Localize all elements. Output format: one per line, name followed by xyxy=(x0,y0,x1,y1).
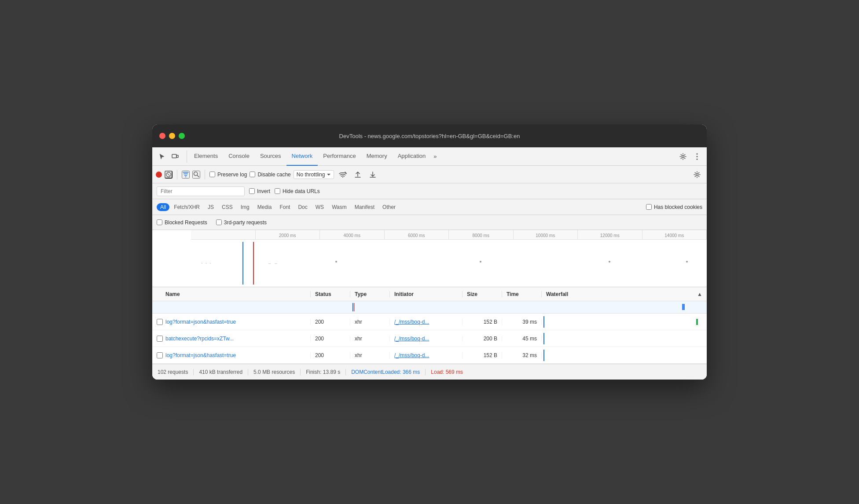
td-size-2: 200 B xyxy=(463,336,502,342)
type-btn-img[interactable]: Img xyxy=(237,203,253,211)
devtools-window: DevTools - news.google.com/topstories?hl… xyxy=(152,124,707,380)
status-resources: 5.0 MB resources xyxy=(248,369,301,375)
th-time[interactable]: Time xyxy=(502,291,542,297)
timeline-area: 2000 ms 4000 ms 6000 ms 8000 ms 10000 ms… xyxy=(152,230,707,287)
disable-cache-checkbox[interactable] xyxy=(250,172,255,177)
preserve-log-label[interactable]: Preserve log xyxy=(209,172,247,178)
tab-overflow[interactable]: » xyxy=(431,153,439,160)
traffic-lights xyxy=(159,133,185,139)
type-btn-ws[interactable]: WS xyxy=(312,203,327,211)
window-title: DevTools - news.google.com/topstories?hl… xyxy=(339,133,520,139)
svg-point-5 xyxy=(697,158,698,160)
table-row[interactable]: batchexecute?rpcids=xZTw... 200 xhr /_/m… xyxy=(152,330,707,347)
blocked-requests-label[interactable]: Blocked Requests xyxy=(157,219,207,226)
top-toolbar: Elements Console Sources Network Perform… xyxy=(152,147,707,166)
row-checkbox-3[interactable] xyxy=(157,352,163,358)
maximize-button[interactable] xyxy=(179,133,185,139)
td-status-3: 200 xyxy=(311,352,350,358)
filter-icon[interactable] xyxy=(182,171,190,179)
table-row[interactable]: log?format=json&hasfast=true 200 xhr /_/… xyxy=(152,314,707,330)
tick-4: 8000 ms xyxy=(449,230,514,239)
wf-bar-1 xyxy=(696,319,698,325)
has-blocked-cookies-checkbox[interactable] xyxy=(646,204,652,210)
invert-checkbox[interactable] xyxy=(249,188,255,194)
settings-icon[interactable] xyxy=(677,150,689,163)
status-finish: Finish: 13.89 s xyxy=(301,369,346,375)
search-icon[interactable] xyxy=(192,171,200,179)
td-initiator-1[interactable]: /_/mss/boq-d... xyxy=(390,319,463,325)
tab-performance[interactable]: Performance xyxy=(318,147,361,166)
preserve-log-checkbox[interactable] xyxy=(209,172,215,177)
tab-elements[interactable]: Elements xyxy=(189,147,223,166)
disable-cache-label[interactable]: Disable cache xyxy=(250,172,290,178)
third-party-label[interactable]: 3rd-party requests xyxy=(216,219,267,226)
cursor-icon[interactable] xyxy=(156,150,168,163)
more-icon[interactable] xyxy=(691,150,703,163)
td-status-2: 200 xyxy=(311,336,350,342)
type-btn-fetch[interactable]: Fetch/XHR xyxy=(170,203,203,211)
svg-line-9 xyxy=(197,175,199,177)
th-name[interactable]: Name xyxy=(152,291,311,297)
th-initiator[interactable]: Initiator xyxy=(390,291,463,297)
type-btn-manifest[interactable]: Manifest xyxy=(351,203,378,211)
td-initiator-3[interactable]: /_/mss/boq-d... xyxy=(390,352,463,358)
th-status[interactable]: Status xyxy=(311,291,350,297)
toolbar-right xyxy=(677,150,703,163)
title-bar: DevTools - news.google.com/topstories?hl… xyxy=(152,124,707,147)
type-btn-wasm[interactable]: Wasm xyxy=(328,203,350,211)
type-btn-css[interactable]: CSS xyxy=(218,203,236,211)
blocked-requests-checkbox[interactable] xyxy=(157,219,162,225)
td-waterfall-3 xyxy=(542,347,707,364)
svg-rect-1 xyxy=(176,155,178,157)
wf-header-blue xyxy=(352,303,353,311)
type-btn-font[interactable]: Font xyxy=(276,203,294,211)
upload-icon[interactable] xyxy=(352,168,364,181)
type-btn-media[interactable]: Media xyxy=(254,203,275,211)
type-btn-all[interactable]: All xyxy=(157,203,169,211)
svg-line-7 xyxy=(167,173,169,175)
separator2 xyxy=(205,170,205,179)
table-row[interactable]: log?format=json&hasfast=true 200 xhr /_/… xyxy=(152,347,707,364)
stop-button[interactable] xyxy=(165,171,173,179)
svg-point-10 xyxy=(342,177,343,178)
record-button[interactable] xyxy=(156,172,162,178)
type-btn-doc[interactable]: Doc xyxy=(294,203,311,211)
tab-memory[interactable]: Memory xyxy=(361,147,393,166)
row-checkbox-2[interactable] xyxy=(157,336,163,342)
third-party-checkbox[interactable] xyxy=(216,219,222,225)
th-type[interactable]: Type xyxy=(350,291,390,297)
responsive-icon[interactable] xyxy=(169,150,181,163)
td-initiator-2[interactable]: /_/mss/boq-d... xyxy=(390,336,463,342)
close-button[interactable] xyxy=(159,133,165,139)
wifi-icon[interactable] xyxy=(337,168,349,181)
blue-line xyxy=(242,242,243,285)
filter-bar: Invert Hide data URLs xyxy=(152,183,707,199)
tab-application[interactable]: Application xyxy=(393,147,431,166)
tab-sources[interactable]: Sources xyxy=(255,147,286,166)
has-blocked-cookies-label[interactable]: Has blocked cookies xyxy=(646,204,702,210)
filter-input[interactable] xyxy=(157,186,245,196)
hide-data-urls-label[interactable]: Hide data URLs xyxy=(275,188,320,194)
row-checkbox-1[interactable] xyxy=(157,319,163,325)
tab-console[interactable]: Console xyxy=(223,147,255,166)
tab-network[interactable]: Network xyxy=(286,147,318,166)
download-icon[interactable] xyxy=(367,168,379,181)
throttle-select[interactable]: No throttling xyxy=(294,170,334,179)
minimize-button[interactable] xyxy=(169,133,175,139)
td-size-3: 152 B xyxy=(463,352,502,358)
settings2-icon[interactable] xyxy=(691,168,703,181)
invert-label[interactable]: Invert xyxy=(249,188,270,194)
th-size[interactable]: Size xyxy=(463,291,502,297)
wf-cell-line-2 xyxy=(543,333,544,344)
filter-options: Invert Hide data URLs xyxy=(249,188,320,194)
tab-bar: Elements Console Sources Network Perform… xyxy=(189,147,677,166)
th-waterfall[interactable]: Waterfall ▲ xyxy=(542,291,707,297)
wf-header-bar xyxy=(682,304,685,310)
status-load: Load: 569 ms xyxy=(426,369,468,375)
type-btn-js[interactable]: JS xyxy=(204,203,217,211)
hide-data-urls-checkbox[interactable] xyxy=(275,188,280,194)
td-time-2: 45 ms xyxy=(502,336,542,342)
svg-point-8 xyxy=(194,172,197,175)
type-btn-other[interactable]: Other xyxy=(379,203,399,211)
red-line xyxy=(253,242,254,285)
